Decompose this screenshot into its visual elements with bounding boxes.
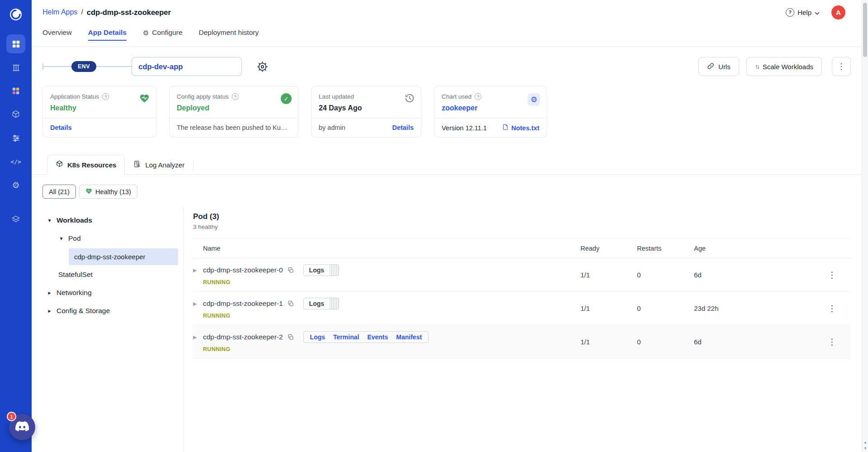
- application-status-card: Application Status ? Healthy Details: [42, 86, 156, 138]
- tree-label: Config & Storage: [57, 307, 110, 315]
- top-bar: Helm Apps / cdp-dmp-sst-zookeeper ? Help…: [32, 0, 862, 24]
- table-row: ▶ cdp-dmp-sst-zookeeper-0 Logs RUNNING 1…: [193, 258, 851, 292]
- logs-button[interactable]: Logs: [310, 333, 325, 341]
- info-icon[interactable]: ?: [475, 93, 481, 100]
- last-updated-details-link[interactable]: Details: [392, 124, 414, 131]
- sidebar-item-ml-repos[interactable]: [6, 81, 25, 100]
- sidebar-item-code[interactable]: </>: [6, 152, 25, 171]
- breadcrumb-helm-apps-link[interactable]: Helm Apps: [42, 8, 77, 16]
- scroll-down-icon[interactable]: ▼: [862, 445, 868, 451]
- application-status-details-link[interactable]: Details: [50, 124, 72, 131]
- chart-used-link[interactable]: zookeeper: [442, 104, 477, 112]
- caret-down-icon: ▾: [47, 217, 52, 224]
- logs-button[interactable]: Logs: [303, 264, 330, 276]
- env-connector-line: [96, 66, 132, 67]
- actions-expand-handle[interactable]: [330, 298, 339, 309]
- tree-item-statefulset[interactable]: StatefulSet: [32, 266, 184, 284]
- pod-actions: Logs: [303, 264, 339, 276]
- urls-button[interactable]: Urls: [698, 57, 739, 76]
- actions-expand-handle[interactable]: [330, 264, 339, 276]
- logs-button[interactable]: Logs: [303, 298, 330, 309]
- filter-all[interactable]: All (21): [42, 185, 76, 199]
- sidebar-item-applications[interactable]: [6, 34, 25, 53]
- cube-icon: [11, 110, 20, 119]
- row-expand-icon[interactable]: ▶: [193, 334, 199, 340]
- last-updated-card: Last updated 24 Days Ago by admin Detail…: [311, 86, 421, 138]
- scale-workloads-button[interactable]: ↑↓ Scale Workloads: [746, 57, 822, 76]
- sidebar-item-packages[interactable]: [6, 105, 25, 124]
- vertical-scrollbar[interactable]: ▲ ▼: [862, 0, 868, 452]
- row-menu-button[interactable]: ⋮: [825, 336, 839, 348]
- tree-selected-label: cdp-dmp-sst-zookeeper: [69, 248, 178, 265]
- app-name-input[interactable]: [132, 57, 242, 76]
- chart-version: Version 12.11.1: [442, 124, 487, 132]
- caret-right-icon: ▸: [47, 308, 52, 314]
- filter-healthy[interactable]: Healthy (13): [79, 185, 137, 199]
- nav-tabs: Overview App Details ⚙ Configure Deploym…: [32, 24, 862, 47]
- table-header: Name Ready Restarts Age: [193, 238, 851, 258]
- table-row: ▶ cdp-dmp-sst-zookeeper-2 Logs Terminal …: [193, 325, 851, 359]
- tree-item-workloads[interactable]: ▾ Workloads: [32, 211, 184, 229]
- row-expand-icon[interactable]: ▶: [193, 267, 199, 273]
- copy-icon[interactable]: [288, 334, 294, 341]
- tab-k8s-resources[interactable]: K8s Resources: [47, 155, 125, 175]
- copy-icon[interactable]: [288, 300, 294, 307]
- notes-txt-link[interactable]: Notes.txt: [511, 124, 539, 132]
- chat-widget-button[interactable]: 1: [9, 414, 35, 440]
- sliders-icon: [12, 134, 20, 143]
- tab-log-analyzer-label: Log Analyzer: [145, 161, 184, 169]
- app-logo-icon[interactable]: [9, 7, 23, 24]
- tree-item-networking[interactable]: ▸ Networking: [32, 284, 184, 302]
- tab-configure[interactable]: ⚙ Configure: [143, 24, 183, 40]
- discord-icon: [15, 421, 29, 434]
- row-expand-icon[interactable]: ▶: [193, 301, 199, 307]
- avatar[interactable]: A: [831, 5, 845, 19]
- scrollbar-thumb[interactable]: [863, 3, 867, 57]
- env-badge: ENV: [71, 61, 96, 72]
- tree-item-pod[interactable]: ▾ Pod: [32, 229, 184, 247]
- tab-divider: [193, 160, 193, 171]
- events-button[interactable]: Events: [367, 333, 388, 341]
- sidebar-item-stacks[interactable]: [6, 210, 25, 229]
- column-header-name: Name: [193, 245, 580, 252]
- row-menu-button[interactable]: ⋮: [825, 302, 839, 314]
- ml-repos-icon: [12, 87, 20, 95]
- chart-settings-gear-icon[interactable]: ⚙: [528, 93, 540, 106]
- column-header-age: Age: [694, 245, 825, 252]
- status-cards: Application Status ? Healthy Details: [42, 86, 851, 138]
- age-value: 6d: [694, 338, 825, 346]
- info-icon[interactable]: ?: [232, 93, 239, 100]
- pod-name: cdp-dmp-sst-zookeeper-1: [203, 300, 283, 308]
- code-icon: </>: [10, 158, 21, 165]
- env-row: ENV Urls ↑↓ Scale Workloads ⋮: [42, 57, 851, 76]
- caret-down-icon: ▾: [58, 235, 64, 242]
- sidebar-item-workspaces[interactable]: [6, 58, 25, 77]
- info-icon[interactable]: ?: [102, 93, 109, 100]
- row-menu-button[interactable]: ⋮: [825, 269, 839, 281]
- env-connector-line: [43, 66, 71, 67]
- tab-deployment-history[interactable]: Deployment history: [199, 24, 259, 40]
- tab-app-details[interactable]: App Details: [88, 24, 127, 41]
- helm-wheel-icon: [256, 61, 269, 73]
- terminal-button[interactable]: Terminal: [333, 333, 359, 341]
- application-status-value: Healthy: [50, 104, 149, 112]
- sidebar-item-settings[interactable]: ⚙: [6, 176, 25, 195]
- more-actions-button[interactable]: ⋮: [832, 57, 851, 76]
- help-question-icon: ?: [786, 8, 794, 17]
- tab-log-analyzer[interactable]: Log Analyzer: [125, 155, 193, 175]
- help-menu[interactable]: ? Help: [786, 8, 820, 17]
- tree-item-selected-pod[interactable]: cdp-dmp-sst-zookeeper: [32, 247, 184, 266]
- manifest-button[interactable]: Manifest: [396, 333, 422, 341]
- app-root: </> ⚙ Helm Apps / cdp-dmp-sst-zookeeper …: [0, 0, 868, 452]
- card-title: Last updated: [319, 93, 354, 100]
- tree-item-config-storage[interactable]: ▸ Config & Storage: [32, 302, 184, 320]
- scroll-up-icon[interactable]: ▲: [862, 439, 868, 445]
- tab-overview[interactable]: Overview: [42, 24, 72, 40]
- status-badge: RUNNING: [193, 279, 580, 285]
- heart-pulse-icon: [85, 188, 92, 196]
- sidebar-nav: </> ⚙: [6, 34, 25, 229]
- apps-grid-icon: [12, 40, 20, 48]
- restarts-value: 0: [637, 305, 694, 312]
- copy-icon[interactable]: [288, 267, 294, 274]
- sidebar-item-pipelines[interactable]: [6, 128, 25, 147]
